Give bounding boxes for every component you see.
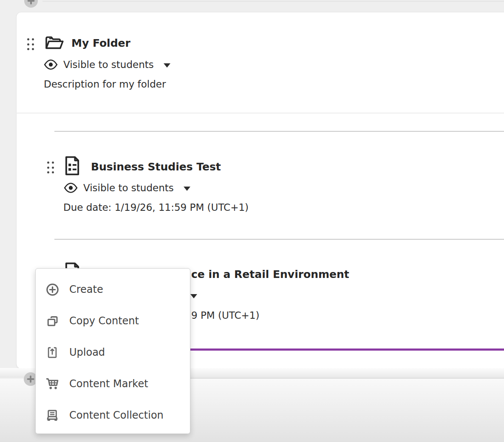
folder-visibility-label: Visible to students [63, 59, 154, 70]
chevron-down-icon [190, 294, 197, 298]
copy-icon [45, 314, 59, 328]
test-due-date: Due date: 1/19/26, 11:59 PM (UTC+1) [63, 201, 249, 214]
test-visibility-label: Visible to students [83, 182, 174, 193]
child-divider-1 [54, 131, 504, 132]
menu-item-content-collection[interactable]: Content Collection [36, 400, 190, 431]
child-divider-2 [54, 239, 504, 240]
eye-icon [64, 182, 78, 193]
folder-visibility-dropdown[interactable]: Visible to students [44, 59, 170, 70]
folder-header-divider [16, 113, 504, 113]
menu-item-copy-content[interactable]: Copy Content [36, 305, 190, 337]
plus-icon [27, 375, 34, 383]
folder-description: Description for my folder [44, 78, 166, 91]
menu-item-create[interactable]: Create [36, 274, 190, 305]
chevron-down-icon [184, 187, 190, 191]
plus-icon [27, 0, 35, 5]
test-visibility-dropdown[interactable]: Visible to students [64, 182, 190, 193]
upload-icon [45, 346, 59, 359]
menu-item-content-market[interactable]: Content Market [36, 368, 190, 400]
collection-icon [45, 409, 59, 422]
chevron-down-icon [164, 63, 170, 68]
occluded-item-title-link[interactable]: ce in a Retail Environment [191, 268, 349, 282]
add-content-button-top[interactable] [24, 0, 38, 8]
course-content-page: { "colors": { "page_bg": "#efefef", "acc… [0, 0, 504, 442]
occluded-item-due-date: 9 PM (UTC+1) [191, 309, 259, 322]
add-content-divider-top [42, 1, 504, 2]
test-title-link[interactable]: Business Studies Test [91, 160, 221, 174]
folder-title-link[interactable]: My Folder [71, 37, 130, 51]
menu-item-label: Copy Content [69, 315, 139, 327]
add-content-menu: Create Copy Content Upload [35, 268, 190, 434]
eye-icon [44, 59, 58, 70]
menu-item-label: Create [69, 283, 103, 295]
plus-circle-icon [45, 283, 59, 296]
test-document-icon [64, 156, 81, 176]
menu-item-label: Upload [69, 346, 105, 358]
drag-handle-test[interactable] [47, 162, 54, 173]
drag-handle-my-folder[interactable] [27, 38, 34, 50]
menu-item-label: Content Collection [69, 409, 164, 421]
menu-item-upload[interactable]: Upload [36, 337, 190, 368]
menu-item-label: Content Market [69, 378, 148, 390]
folder-icon [45, 34, 64, 51]
cart-icon [45, 377, 59, 390]
